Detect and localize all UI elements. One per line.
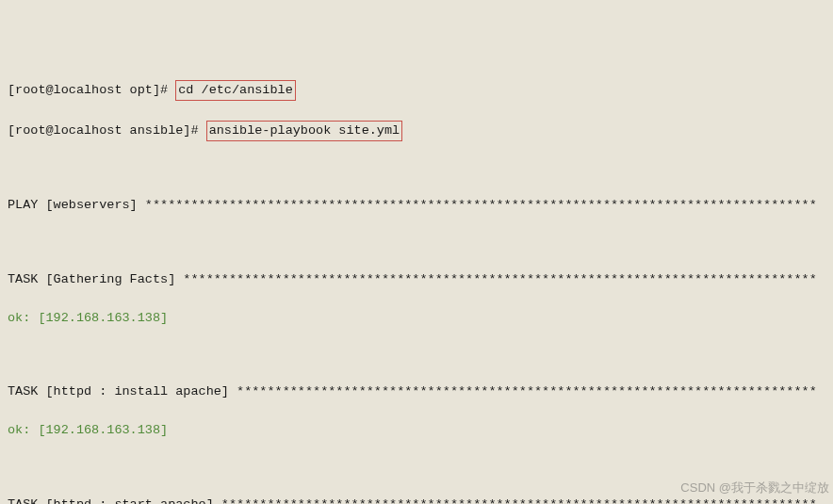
blank-line — [8, 235, 825, 252]
prompt-prefix: [root@localhost ansible]# — [8, 123, 206, 138]
command-2-highlight: ansible-playbook site.yml — [206, 121, 403, 141]
play-header: PLAY [webservers] **********************… — [8, 196, 825, 215]
blank-line — [8, 459, 825, 476]
prompt-prefix: [root@localhost opt]# — [8, 83, 175, 97]
task-header: TASK [Gathering Facts] *****************… — [8, 270, 825, 289]
task-status: ok: [192.168.163.138] — [8, 309, 825, 328]
watermark-text: CSDN @我于杀戮之中绽放 — [680, 479, 829, 497]
task-header: TASK [httpd : install apache] **********… — [8, 382, 825, 401]
blank-line — [8, 160, 825, 177]
task-status: ok: [192.168.163.138] — [8, 421, 825, 440]
prompt-line-1[interactable]: [root@localhost opt]# cd /etc/ansible — [8, 80, 825, 101]
command-1-highlight: cd /etc/ansible — [175, 80, 296, 101]
prompt-line-2[interactable]: [root@localhost ansible]# ansible-playbo… — [8, 121, 825, 141]
blank-line — [8, 347, 825, 364]
